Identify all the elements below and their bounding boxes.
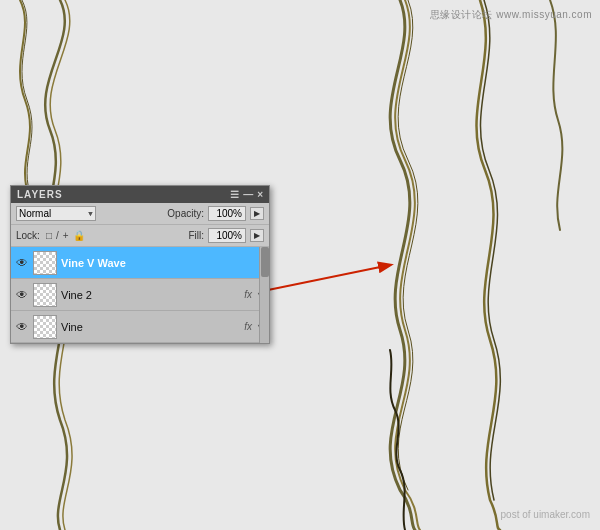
opacity-row: Opacity: ▶ — [100, 206, 264, 221]
lock-all-icon[interactable]: 🔒 — [73, 230, 85, 241]
scrollbar-thumb[interactable] — [261, 247, 269, 277]
canvas-area: 思缘设计论坛 www.missyuan.com post of uimaker.… — [0, 0, 600, 530]
layers-scrollbar[interactable] — [259, 247, 269, 343]
layer-item-vine-2[interactable]: 👁 Vine 2 fx ▼ — [11, 279, 269, 311]
lock-label: Lock: — [16, 230, 40, 241]
layer-item-vine-v-wave[interactable]: 👁 Vine V Wave — [11, 247, 269, 279]
layer-visibility-vine[interactable]: 👁 — [15, 320, 29, 334]
blend-mode-select[interactable]: Normal Dissolve Multiply Screen Overlay — [16, 206, 96, 221]
fill-row: Fill: ▶ — [89, 228, 264, 243]
opacity-label: Opacity: — [167, 208, 204, 219]
watermark-top: 思缘设计论坛 www.missyuan.com — [430, 8, 592, 22]
layer-visibility-vine-v-wave[interactable]: 👁 — [15, 256, 29, 270]
layer-thumbnail-vine-v-wave — [33, 251, 57, 275]
layer-thumbnail-vine-2 — [33, 283, 57, 307]
fill-label: Fill: — [188, 230, 204, 241]
fill-input[interactable] — [208, 228, 246, 243]
blend-mode-row: Normal Dissolve Multiply Screen Overlay … — [11, 203, 269, 225]
lock-transparency-icon[interactable]: □ — [46, 230, 52, 241]
panel-title: LAYERS — [17, 189, 63, 200]
lock-fill-row: Lock: □ / + 🔒 Fill: ▶ — [11, 225, 269, 247]
lock-image-icon[interactable]: / — [56, 230, 59, 241]
panel-title-bar: LAYERS ☰ — × — [11, 186, 269, 203]
panel-close-button[interactable]: × — [257, 189, 263, 200]
layer-name-vine-2: Vine 2 — [61, 289, 240, 301]
opacity-input[interactable] — [208, 206, 246, 221]
layers-panel: LAYERS ☰ — × Normal Dissolve Multiply Sc… — [10, 185, 270, 344]
watermark-bottom: post of uimaker.com — [501, 509, 590, 520]
blend-mode-wrapper[interactable]: Normal Dissolve Multiply Screen Overlay … — [16, 206, 96, 221]
opacity-arrow-button[interactable]: ▶ — [250, 207, 264, 220]
panel-minimize-button[interactable]: — — [243, 189, 253, 200]
layer-fx-vine-2: fx — [244, 289, 252, 300]
panel-menu-icon[interactable]: ☰ — [230, 189, 239, 200]
layers-list: 👁 Vine V Wave 👁 Vine 2 fx ▼ 👁 — [11, 247, 269, 343]
layer-thumbnail-vine — [33, 315, 57, 339]
lock-position-icon[interactable]: + — [63, 230, 69, 241]
layer-name-vine: Vine — [61, 321, 240, 333]
fill-arrow-button[interactable]: ▶ — [250, 229, 264, 242]
layer-fx-vine: fx — [244, 321, 252, 332]
layer-item-vine[interactable]: 👁 Vine fx ▼ — [11, 311, 269, 343]
panel-controls: ☰ — × — [230, 189, 263, 200]
layer-name-vine-v-wave: Vine V Wave — [61, 257, 265, 269]
layer-visibility-vine-2[interactable]: 👁 — [15, 288, 29, 302]
